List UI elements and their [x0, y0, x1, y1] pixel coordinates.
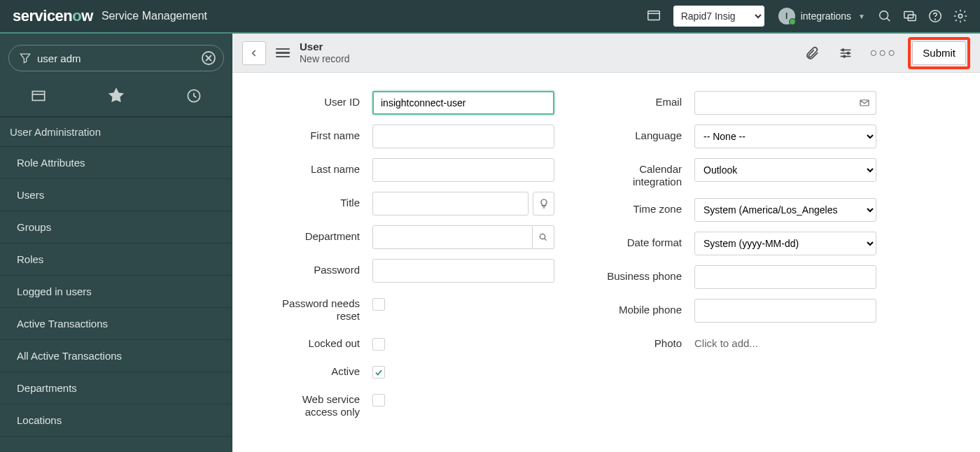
submit-highlight: Submit	[908, 37, 970, 69]
department-label: Department	[267, 225, 372, 243]
password-label: Password	[267, 259, 372, 276]
settings-sliders-icon[interactable]	[836, 44, 855, 62]
photo-add-link[interactable]: Click to add...	[694, 332, 758, 349]
window-icon[interactable]	[644, 6, 664, 26]
sidebar-item-role-attributes[interactable]: Role Attributes	[0, 147, 232, 179]
locked-out-label: Locked out	[267, 332, 372, 350]
svg-point-19	[847, 52, 849, 54]
language-label: Language	[589, 125, 694, 142]
lookup-icon[interactable]	[533, 225, 554, 249]
business-phone-input[interactable]	[694, 265, 876, 289]
sidebar-item-all-active-transactions[interactable]: All Active Transactions	[0, 340, 232, 372]
user-id-label: User ID	[267, 91, 372, 108]
calendar-select[interactable]: Outlook	[694, 158, 876, 182]
sidebar-item-groups[interactable]: Groups	[0, 211, 232, 243]
title-label: Title	[267, 192, 372, 209]
user-menu[interactable]: I integrations ▼	[778, 8, 865, 24]
active-label: Active	[267, 360, 372, 378]
sidebar-item-roles[interactable]: Roles	[0, 243, 232, 276]
dateformat-label: Date format	[589, 232, 694, 249]
nav-section-heading: User Administration	[0, 117, 232, 147]
brand-text-suffix: w	[81, 7, 93, 24]
active-checkbox[interactable]	[372, 366, 385, 379]
help-icon[interactable]	[925, 6, 945, 26]
brand-logo: servicenow	[13, 7, 93, 25]
svg-line-3	[887, 18, 890, 22]
form-subtitle: New record	[300, 53, 350, 65]
password-reset-checkbox[interactable]	[372, 298, 385, 311]
dateformat-select[interactable]: System (yyyy-MM-dd)	[694, 232, 876, 255]
nav-tabs	[0, 78, 232, 117]
hamburger-icon[interactable]	[273, 45, 293, 61]
favorites-icon[interactable]	[107, 87, 125, 105]
sidebar-item-locations[interactable]: Locations	[0, 404, 232, 437]
avatar: I	[778, 8, 795, 24]
gear-icon[interactable]	[951, 6, 970, 26]
filter-input[interactable]	[8, 45, 224, 71]
form-title-block: User New record	[300, 41, 350, 65]
first-name-input[interactable]	[372, 125, 554, 148]
context-select[interactable]: Rapid7 Insig	[673, 6, 764, 27]
brand-block: servicenow Service Management	[13, 7, 207, 25]
timezone-label: Time zone	[589, 198, 694, 216]
form-right-column: Email Language -- None -- Cale	[589, 91, 883, 428]
form-title: User	[300, 41, 350, 53]
timezone-select[interactable]: System (America/Los_Angeles	[694, 198, 876, 222]
chevron-down-icon: ▼	[858, 13, 865, 20]
web-access-checkbox[interactable]	[372, 394, 385, 407]
search-icon[interactable]	[875, 6, 895, 26]
brand-text-prefix: servicen	[13, 7, 72, 24]
product-name: Service Management	[102, 10, 207, 22]
mobile-phone-label: Mobile phone	[589, 299, 694, 316]
filter-navigator	[8, 45, 224, 71]
email-label: Email	[589, 91, 694, 108]
user-id-input[interactable]	[372, 91, 554, 115]
sidebar-item-active-transactions[interactable]: Active Transactions	[0, 308, 232, 340]
svg-point-20	[843, 55, 845, 57]
svg-rect-0	[648, 11, 659, 20]
email-input[interactable]	[694, 91, 858, 115]
photo-label: Photo	[589, 332, 694, 350]
form-left-column: User ID First name Last name Title	[267, 91, 561, 428]
back-button[interactable]	[242, 41, 266, 65]
suggestion-icon[interactable]	[533, 192, 554, 216]
filter-icon	[18, 51, 32, 65]
sidebar-item-logged-in-users[interactable]: Logged in users	[0, 276, 232, 308]
first-name-label: First name	[267, 125, 372, 142]
history-icon[interactable]	[185, 87, 203, 105]
business-phone-label: Business phone	[589, 265, 694, 283]
global-header: servicenow Service Management Rapid7 Ins…	[0, 0, 980, 32]
last-name-label: Last name	[267, 158, 372, 176]
email-icon[interactable]	[854, 91, 876, 115]
attachment-icon[interactable]	[803, 44, 821, 62]
user-name-label: integrations	[801, 10, 851, 22]
title-input[interactable]	[372, 192, 528, 216]
sidebar-item-users[interactable]: Users	[0, 179, 232, 211]
calendar-label: Calendar integration	[589, 158, 694, 188]
svg-rect-12	[33, 92, 45, 101]
chat-icon[interactable]	[900, 6, 920, 26]
department-input[interactable]	[372, 225, 533, 249]
mobile-phone-input[interactable]	[694, 299, 876, 323]
web-access-label: Web service access only	[267, 388, 372, 418]
svg-point-8	[958, 14, 962, 18]
language-select[interactable]: -- None --	[694, 125, 876, 148]
svg-point-18	[842, 49, 844, 51]
nav-item-list: Role Attributes Users Groups Roles Logge…	[0, 147, 232, 437]
last-name-input[interactable]	[372, 158, 554, 182]
svg-point-21	[540, 234, 545, 239]
more-actions-icon[interactable]: ○○○	[866, 45, 902, 60]
password-input[interactable]	[372, 259, 554, 283]
svg-point-7	[935, 19, 936, 20]
submit-button[interactable]: Submit	[912, 41, 966, 65]
password-reset-label: Password needs reset	[267, 292, 372, 323]
svg-line-22	[544, 239, 546, 241]
all-apps-icon[interactable]	[29, 87, 48, 105]
locked-out-checkbox[interactable]	[372, 338, 385, 351]
sidebar-item-departments[interactable]: Departments	[0, 372, 232, 404]
form-area: User New record ○○○ Submit User ID	[232, 34, 980, 452]
clear-filter-icon[interactable]	[200, 50, 217, 66]
form-header: User New record ○○○ Submit	[232, 34, 980, 73]
navigator-sidebar: User Administration Role Attributes User…	[0, 34, 232, 452]
